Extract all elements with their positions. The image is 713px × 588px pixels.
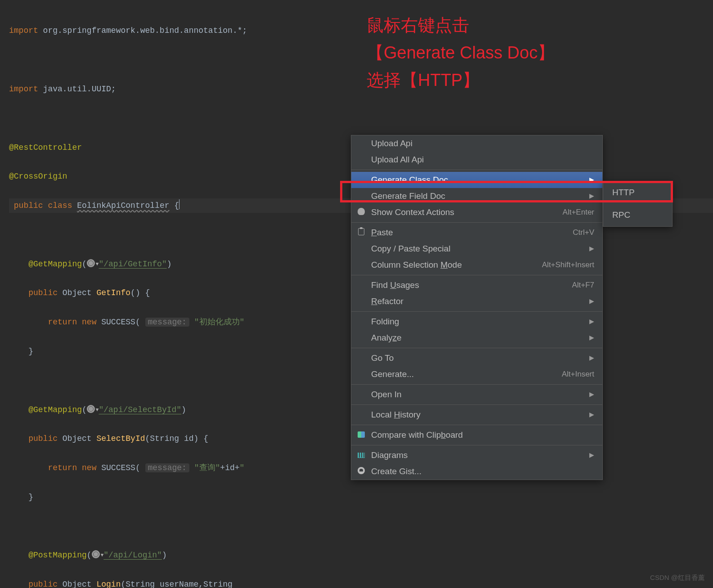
menu-generate-field-doc[interactable]: Generate Field Doc▶: [351, 188, 602, 204]
chevron-right-icon: ▶: [589, 174, 594, 185]
submenu-rpc[interactable]: RPC: [603, 204, 672, 226]
globe-icon: [92, 550, 100, 558]
menu-generate-class-doc[interactable]: Generate Class Doc▶: [351, 172, 602, 188]
menu-open-in[interactable]: Open In▶: [351, 386, 602, 403]
chevron-right-icon: ▶: [589, 409, 594, 420]
watermark: CSDN @红目香薰: [650, 571, 705, 584]
compare-icon: [357, 427, 366, 443]
menu-folding[interactable]: Folding▶: [351, 314, 602, 330]
submenu-http[interactable]: HTTP: [603, 181, 672, 204]
chevron-right-icon: ▶: [589, 243, 594, 254]
menu-go-to[interactable]: Go To▶: [351, 350, 602, 366]
menu-paste[interactable]: PasteCtrl+V: [351, 224, 602, 241]
diagram-icon: [357, 448, 366, 463]
menu-separator: [351, 222, 602, 223]
menu-analyze[interactable]: Analyze▶: [351, 330, 602, 346]
globe-icon: [87, 405, 95, 413]
menu-separator: [351, 348, 602, 348]
menu-column-selection[interactable]: Column Selection ModeAlt+Shift+Insert: [351, 257, 602, 273]
chevron-right-icon: ▶: [589, 316, 594, 327]
github-icon: [357, 464, 366, 479]
chevron-right-icon: ▶: [589, 389, 594, 400]
menu-upload-api[interactable]: Upload Api: [351, 135, 602, 152]
menu-generate[interactable]: Generate...Alt+Insert: [351, 366, 602, 382]
menu-upload-all[interactable]: Upload All Api: [351, 152, 602, 168]
menu-separator: [351, 445, 602, 445]
menu-copy-paste-special[interactable]: Copy / Paste Special▶: [351, 241, 602, 257]
menu-refactor[interactable]: Refactor▶: [351, 293, 602, 310]
bulb-icon: [357, 205, 366, 220]
menu-separator: [351, 170, 602, 170]
menu-compare-clipboard[interactable]: Compare with Clipboard: [351, 427, 602, 443]
context-menu: Upload Api Upload All Api Generate Class…: [351, 135, 603, 480]
chevron-right-icon: ▶: [589, 332, 594, 343]
menu-create-gist[interactable]: Create Gist...: [351, 463, 602, 480]
chevron-right-icon: ▶: [589, 352, 594, 364]
globe-icon: [87, 259, 95, 267]
chevron-right-icon: ▶: [589, 296, 594, 307]
menu-show-context-actions[interactable]: Show Context ActionsAlt+Enter: [351, 204, 602, 220]
chevron-right-icon: ▶: [589, 190, 594, 202]
menu-separator: [351, 311, 602, 312]
menu-separator: [351, 275, 602, 275]
menu-local-history[interactable]: Local History▶: [351, 407, 602, 423]
menu-separator: [351, 404, 602, 405]
menu-find-usages[interactable]: Find UsagesAlt+F7: [351, 277, 602, 293]
clipboard-icon: [357, 225, 366, 240]
menu-separator: [351, 425, 602, 425]
chevron-right-icon: ▶: [589, 449, 594, 461]
menu-diagrams[interactable]: Diagrams▶: [351, 447, 602, 463]
submenu-generate-class-doc: HTTP RPC: [603, 181, 673, 227]
menu-separator: [351, 384, 602, 385]
